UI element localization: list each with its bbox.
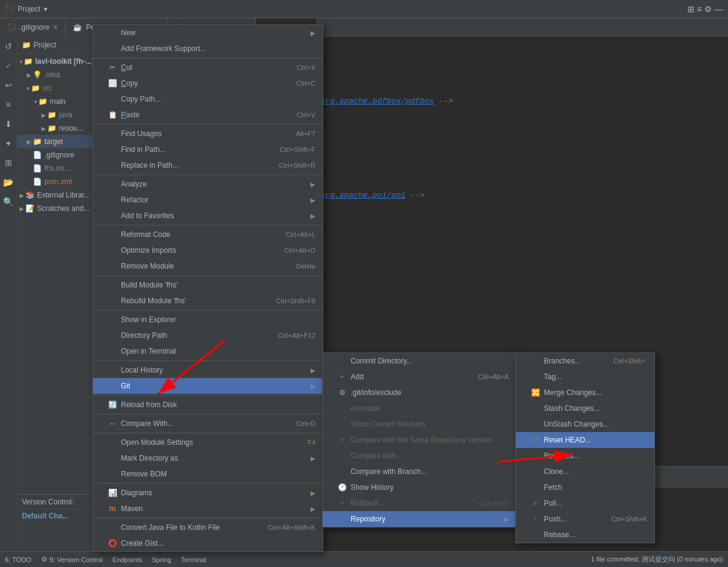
cm-item-localhistory[interactable]: Local History ▶	[93, 362, 323, 378]
cm-maven-arrow: ▶	[311, 506, 315, 512]
cm-item-convertjava[interactable]: Convert Java File to Kotlin File Ctrl+Al…	[93, 520, 323, 535]
tab-gitignore-close[interactable]: ✕	[53, 24, 58, 30]
status-vc-label: 9: Version Control	[50, 556, 103, 563]
git-item-comparewithbranch[interactable]: Compare with Branch...	[323, 464, 516, 479]
cm-item-reformat[interactable]: Reformat Code Ctrl+Alt+L	[93, 227, 323, 242]
repo-item-remotes[interactable]: Remotes...	[516, 448, 654, 464]
tree-target-label: target	[44, 137, 63, 146]
cm-item-openmodulesettings[interactable]: Open Module Settings F4	[93, 435, 323, 450]
cm-item-framework[interactable]: Add Framework Support...	[93, 41, 323, 57]
cm-item-openinterminal[interactable]: Open in Terminal	[93, 343, 323, 359]
cm-item-comparewith[interactable]: ↔ Compare With... Ctrl+D	[93, 416, 323, 431]
strip-icon-undo[interactable]: ↩	[1, 78, 16, 92]
status-spring[interactable]: Spring	[152, 556, 171, 563]
cm-item-refactor[interactable]: Refactor ▶	[93, 192, 323, 208]
cm-item-cut[interactable]: ✂ Cut Ctrl+X	[93, 60, 323, 75]
repo-resethead-label: Reset HEAD...	[544, 436, 591, 444]
project-header-label: Project	[33, 41, 56, 49]
cm-item-copypath[interactable]: Copy Path...	[93, 91, 323, 107]
cm-sep-2	[93, 124, 323, 125]
cm-sep-11	[93, 483, 323, 484]
repo-mergechanges-label: Merge Changes...	[544, 388, 602, 397]
cm-removebom-label: Remove BOM	[121, 470, 167, 478]
repo-item-resethead[interactable]: ↺ Reset HEAD...	[516, 432, 654, 448]
cm-item-creategist[interactable]: ⭕ Create Gist...	[93, 535, 323, 551]
cm-item-analyze[interactable]: Analyze ▶	[93, 176, 323, 192]
strip-icon-star[interactable]: ✦	[1, 136, 16, 151]
status-todo[interactable]: 6: TODO	[5, 556, 32, 563]
repo-item-tag[interactable]: Tag...	[516, 369, 654, 385]
repo-item-pull[interactable]: ✓ Pull...	[516, 495, 654, 511]
repo-push-icon: ↑	[531, 515, 540, 523]
tree-arrow-java: ▶	[41, 112, 46, 119]
cm-item-rebuildmodule[interactable]: Rebuild Module 'fhs' Ctrl+Shift+F9	[93, 293, 323, 309]
strip-icon-menu[interactable]: ≡	[1, 97, 16, 112]
cm-item-replaceinpath[interactable]: Replace in Path... Ctrl+Shift+R	[93, 157, 323, 173]
cm-item-dirpath[interactable]: Directory Path Ctrl+Alt+F12	[93, 328, 323, 343]
git-item-showhistory[interactable]: 🕐 Show History	[323, 479, 516, 495]
cm-dirpath-shortcut: Ctrl+Alt+F12	[278, 332, 315, 339]
strip-icon-refresh[interactable]: ↺	[1, 39, 16, 53]
tree-arrow-target: ▶	[27, 139, 32, 145]
repo-item-push[interactable]: ↑ Push... Ctrl+Shift+K	[516, 511, 654, 527]
tree-idea-label: .idea	[44, 70, 60, 79]
cm-item-removemodule[interactable]: Remove Module Delete	[93, 258, 323, 274]
cm-item-maven[interactable]: m Maven ▶	[93, 501, 323, 517]
left-strip: ↺ ✓ ↩ ≡ ⬇ ✦ ⊞ 📂 🔍	[0, 36, 17, 567]
repo-branches-label: Branches...	[544, 357, 581, 365]
cm-item-findinpath[interactable]: Find in Path... Ctrl+Shift+F	[93, 142, 323, 157]
target-icon: 📁	[33, 137, 42, 146]
repo-unstash-label: UnStash Changes...	[544, 420, 609, 428]
git-item-commitdir[interactable]: Commit Directory...	[323, 353, 516, 369]
cm-item-optimizeimports[interactable]: Optimize Imports Ctrl+Alt+O	[93, 242, 323, 258]
repo-item-clone[interactable]: Clone...	[516, 464, 654, 479]
strip-icon-folder[interactable]: 📂	[1, 175, 16, 190]
repo-item-branches[interactable]: Branches... Ctrl+Shift+`	[516, 353, 654, 369]
cm-maven-label: Maven	[121, 504, 143, 513]
status-vc[interactable]: ⚙ 9: Version Control	[41, 555, 103, 563]
git-add-icon: +	[337, 373, 347, 381]
status-endpoints[interactable]: Endpoints	[112, 556, 142, 563]
cm-sep-8	[93, 395, 323, 396]
cm-item-markdiras[interactable]: Mark Directory as ▶	[93, 450, 323, 466]
cm-creategist-label: Create Gist...	[121, 539, 164, 548]
tb-icon-globe[interactable]: ⊞	[687, 4, 695, 14]
cm-item-buildmodule[interactable]: Build Module 'fhs'	[93, 277, 323, 293]
project-dropdown-icon[interactable]: ▾	[44, 5, 47, 13]
project-header-icon: 📁	[22, 41, 31, 49]
cm-item-findusages[interactable]: Find Usages Alt+F7	[93, 126, 323, 142]
tb-icon-settings[interactable]: ⚙	[704, 4, 712, 14]
tree-src-label: src	[43, 84, 52, 92]
tb-icon-split[interactable]: ≡	[697, 4, 702, 14]
repo-item-rebase[interactable]: Rebase...	[516, 527, 654, 543]
status-terminal[interactable]: Terminal	[181, 556, 207, 563]
strip-icon-grid[interactable]: ⊞	[1, 156, 16, 170]
repo-item-fetch[interactable]: Fetch	[516, 479, 654, 495]
cm-item-paste[interactable]: 📋 Paste Ctrl+V	[93, 107, 323, 123]
cm-git-label: Git	[121, 382, 130, 390]
cm-sep-4	[93, 225, 323, 225]
git-item-add[interactable]: + Add Ctrl+Alt+A	[323, 369, 516, 385]
strip-icon-down[interactable]: ⬇	[1, 117, 16, 131]
cm-item-new[interactable]: New ▶	[93, 25, 323, 41]
strip-icon-search[interactable]: 🔍	[1, 194, 16, 209]
tab-gitignore[interactable]: ⬛ .gitignore ✕	[0, 18, 66, 36]
cm-item-git[interactable]: Git ▶	[93, 378, 323, 394]
cm-item-copy[interactable]: ⬜ Copy Ctrl+C	[93, 75, 323, 91]
cm-item-addtofav[interactable]: Add to Favorites ▶	[93, 208, 323, 224]
repo-pull-label: Pull...	[544, 499, 562, 507]
java-folder-icon: 📁	[47, 111, 57, 119]
strip-icon-check[interactable]: ✓	[1, 58, 16, 73]
repo-item-unstash[interactable]: UnStash Changes...	[516, 416, 654, 432]
repo-item-stash[interactable]: Stash Changes...	[516, 400, 654, 416]
git-item-repository[interactable]: Repository ▶	[323, 511, 516, 527]
cm-item-diagrams[interactable]: 📊 Diagrams ▶	[93, 485, 323, 501]
tb-icon-minimize[interactable]: —	[715, 4, 723, 14]
repo-clone-label: Clone...	[544, 467, 569, 476]
cm-item-removebom[interactable]: Remove BOM	[93, 466, 323, 482]
cm-item-reloaddisk[interactable]: 🔄 Reload from Disk	[93, 397, 323, 413]
git-item-gitinfoexclude[interactable]: ⚙ .git/info/exclude	[323, 385, 516, 400]
status-spring-label: Spring	[152, 556, 171, 563]
cm-item-showinexplorer[interactable]: Show in Explorer	[93, 312, 323, 328]
repo-item-mergechanges[interactable]: 🔀 Merge Changes...	[516, 385, 654, 400]
